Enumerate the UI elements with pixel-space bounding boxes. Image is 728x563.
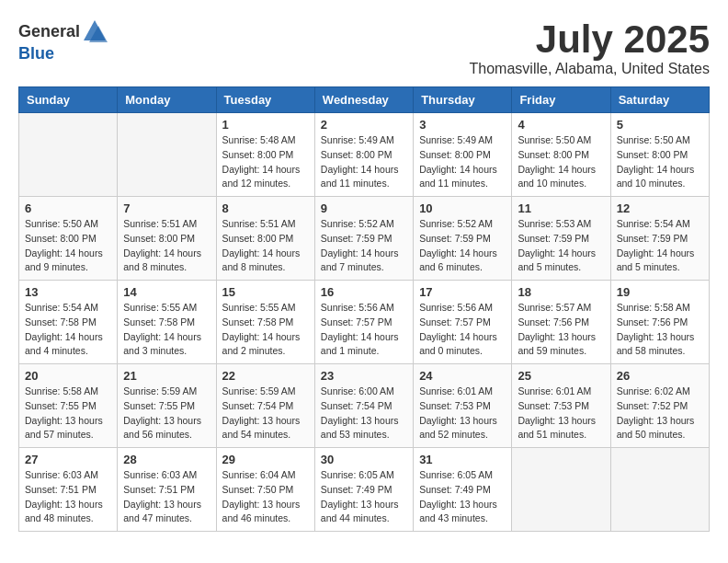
day-number: 12 — [617, 201, 703, 215]
calendar-day-cell: 8Sunrise: 5:51 AMSunset: 8:00 PMDaylight… — [216, 197, 314, 281]
calendar-day-cell — [118, 113, 216, 197]
calendar-day-cell: 13Sunrise: 5:54 AMSunset: 7:58 PMDayligh… — [19, 281, 118, 364]
day-info: Sunrise: 5:55 AMSunset: 7:58 PMDaylight:… — [222, 301, 309, 359]
day-number: 21 — [123, 369, 210, 383]
calendar-day-cell: 19Sunrise: 5:58 AMSunset: 7:56 PMDayligh… — [610, 281, 709, 364]
calendar-day-cell: 7Sunrise: 5:51 AMSunset: 8:00 PMDaylight… — [118, 197, 216, 281]
day-info: Sunrise: 5:59 AMSunset: 7:55 PMDaylight:… — [123, 385, 210, 442]
logo-general-text: General — [18, 22, 80, 41]
calendar-day-cell: 3Sunrise: 5:49 AMSunset: 8:00 PMDaylight… — [414, 113, 512, 197]
day-number: 25 — [518, 369, 604, 383]
day-info: Sunrise: 5:59 AMSunset: 7:54 PMDaylight:… — [222, 385, 309, 442]
calendar-day-cell: 25Sunrise: 6:01 AMSunset: 7:53 PMDayligh… — [512, 364, 610, 448]
day-number: 13 — [25, 285, 111, 299]
day-info: Sunrise: 6:00 AMSunset: 7:54 PMDaylight:… — [321, 385, 407, 442]
day-info: Sunrise: 5:54 AMSunset: 7:58 PMDaylight:… — [25, 301, 111, 359]
day-number: 29 — [222, 453, 309, 466]
day-number: 19 — [617, 285, 703, 299]
day-number: 1 — [222, 118, 309, 132]
calendar-day-cell: 28Sunrise: 6:03 AMSunset: 7:51 PMDayligh… — [118, 448, 216, 532]
day-info: Sunrise: 5:49 AMSunset: 8:00 PMDaylight:… — [419, 133, 506, 191]
day-info: Sunrise: 6:02 AMSunset: 7:52 PMDaylight:… — [617, 385, 703, 442]
day-info: Sunrise: 6:03 AMSunset: 7:51 PMDaylight:… — [25, 468, 111, 526]
calendar-day-cell: 27Sunrise: 6:03 AMSunset: 7:51 PMDayligh… — [19, 448, 118, 532]
day-number: 10 — [419, 201, 506, 215]
day-number: 6 — [25, 201, 111, 215]
logo-blue-text: Blue — [18, 44, 54, 63]
calendar-day-cell: 22Sunrise: 5:59 AMSunset: 7:54 PMDayligh… — [216, 364, 314, 448]
calendar-day-cell: 17Sunrise: 5:56 AMSunset: 7:57 PMDayligh… — [414, 281, 512, 364]
day-info: Sunrise: 5:53 AMSunset: 7:59 PMDaylight:… — [518, 217, 604, 275]
calendar-day-cell: 2Sunrise: 5:49 AMSunset: 8:00 PMDaylight… — [314, 113, 413, 197]
calendar-day-cell: 1Sunrise: 5:48 AMSunset: 8:00 PMDaylight… — [216, 113, 314, 197]
title-block: July 2025 Thomasville, Alabama, United S… — [470, 18, 710, 77]
day-number: 20 — [25, 369, 111, 383]
day-info: Sunrise: 5:50 AMSunset: 8:00 PMDaylight:… — [25, 217, 111, 275]
page-header: General Blue July 2025 Thomasville, Alab… — [18, 18, 710, 77]
day-number: 31 — [419, 453, 506, 466]
day-number: 22 — [222, 369, 309, 383]
calendar-day-cell: 18Sunrise: 5:57 AMSunset: 7:56 PMDayligh… — [512, 281, 610, 364]
day-number: 16 — [321, 285, 407, 299]
calendar-day-cell — [610, 448, 709, 532]
logo-icon — [82, 18, 108, 44]
calendar-day-cell: 4Sunrise: 5:50 AMSunset: 8:00 PMDaylight… — [512, 113, 610, 197]
day-info: Sunrise: 6:05 AMSunset: 7:49 PMDaylight:… — [419, 468, 506, 526]
day-number: 3 — [419, 118, 506, 132]
day-number: 26 — [617, 369, 703, 383]
day-number: 27 — [25, 453, 111, 466]
day-info: Sunrise: 5:56 AMSunset: 7:57 PMDaylight:… — [321, 301, 407, 359]
day-info: Sunrise: 5:49 AMSunset: 8:00 PMDaylight:… — [321, 133, 407, 191]
day-number: 2 — [321, 118, 407, 132]
weekday-header: Wednesday — [314, 87, 413, 113]
day-info: Sunrise: 5:57 AMSunset: 7:56 PMDaylight:… — [518, 301, 604, 359]
calendar-day-cell: 26Sunrise: 6:02 AMSunset: 7:52 PMDayligh… — [610, 364, 709, 448]
day-number: 23 — [321, 369, 407, 383]
calendar-week-row: 20Sunrise: 5:58 AMSunset: 7:55 PMDayligh… — [19, 364, 710, 448]
weekday-header: Tuesday — [216, 87, 314, 113]
day-info: Sunrise: 6:01 AMSunset: 7:53 PMDaylight:… — [518, 385, 604, 442]
calendar-day-cell: 15Sunrise: 5:55 AMSunset: 7:58 PMDayligh… — [216, 281, 314, 364]
weekday-header: Thursday — [414, 87, 512, 113]
calendar-day-cell: 9Sunrise: 5:52 AMSunset: 7:59 PMDaylight… — [314, 197, 413, 281]
weekday-header: Friday — [512, 87, 610, 113]
calendar-day-cell: 11Sunrise: 5:53 AMSunset: 7:59 PMDayligh… — [512, 197, 610, 281]
day-info: Sunrise: 5:48 AMSunset: 8:00 PMDaylight:… — [222, 133, 309, 191]
calendar-week-row: 13Sunrise: 5:54 AMSunset: 7:58 PMDayligh… — [19, 281, 710, 364]
day-info: Sunrise: 5:58 AMSunset: 7:55 PMDaylight:… — [25, 385, 111, 442]
weekday-header: Sunday — [19, 87, 118, 113]
page-subtitle: Thomasville, Alabama, United States — [470, 61, 710, 77]
day-number: 11 — [518, 201, 604, 215]
day-number: 7 — [123, 201, 210, 215]
weekday-header: Saturday — [610, 87, 709, 113]
calendar-day-cell: 12Sunrise: 5:54 AMSunset: 7:59 PMDayligh… — [610, 197, 709, 281]
day-info: Sunrise: 6:05 AMSunset: 7:49 PMDaylight:… — [321, 468, 407, 526]
day-info: Sunrise: 5:51 AMSunset: 8:00 PMDaylight:… — [222, 217, 309, 275]
day-info: Sunrise: 5:52 AMSunset: 7:59 PMDaylight:… — [321, 217, 407, 275]
calendar-day-cell: 10Sunrise: 5:52 AMSunset: 7:59 PMDayligh… — [414, 197, 512, 281]
calendar-header-row: SundayMondayTuesdayWednesdayThursdayFrid… — [19, 87, 710, 113]
day-info: Sunrise: 5:50 AMSunset: 8:00 PMDaylight:… — [617, 133, 703, 191]
calendar-day-cell — [512, 448, 610, 532]
calendar-day-cell: 14Sunrise: 5:55 AMSunset: 7:58 PMDayligh… — [118, 281, 216, 364]
day-info: Sunrise: 6:03 AMSunset: 7:51 PMDaylight:… — [123, 468, 210, 526]
calendar-day-cell: 24Sunrise: 6:01 AMSunset: 7:53 PMDayligh… — [414, 364, 512, 448]
calendar-day-cell: 31Sunrise: 6:05 AMSunset: 7:49 PMDayligh… — [414, 448, 512, 532]
day-info: Sunrise: 5:56 AMSunset: 7:57 PMDaylight:… — [419, 301, 506, 359]
day-number: 14 — [123, 285, 210, 299]
calendar-week-row: 6Sunrise: 5:50 AMSunset: 8:00 PMDaylight… — [19, 197, 710, 281]
day-info: Sunrise: 5:52 AMSunset: 7:59 PMDaylight:… — [419, 217, 506, 275]
weekday-header: Monday — [118, 87, 216, 113]
day-info: Sunrise: 5:51 AMSunset: 8:00 PMDaylight:… — [123, 217, 210, 275]
day-info: Sunrise: 6:01 AMSunset: 7:53 PMDaylight:… — [419, 385, 506, 442]
day-number: 17 — [419, 285, 506, 299]
day-number: 24 — [419, 369, 506, 383]
day-number: 9 — [321, 201, 407, 215]
day-info: Sunrise: 6:04 AMSunset: 7:50 PMDaylight:… — [222, 468, 309, 526]
calendar-day-cell: 20Sunrise: 5:58 AMSunset: 7:55 PMDayligh… — [19, 364, 118, 448]
calendar-table: SundayMondayTuesdayWednesdayThursdayFrid… — [18, 86, 710, 532]
day-number: 8 — [222, 201, 309, 215]
calendar-day-cell: 23Sunrise: 6:00 AMSunset: 7:54 PMDayligh… — [314, 364, 413, 448]
day-number: 18 — [518, 285, 604, 299]
day-info: Sunrise: 5:58 AMSunset: 7:56 PMDaylight:… — [617, 301, 703, 359]
